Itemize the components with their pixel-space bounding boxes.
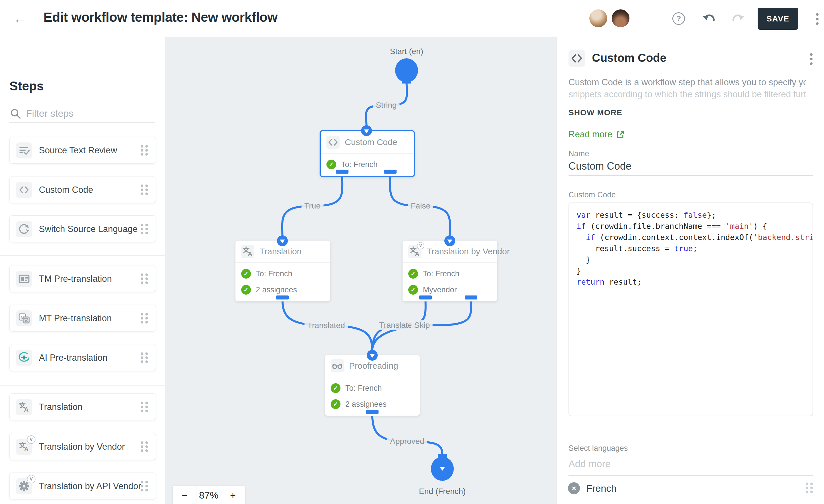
name-input-underline xyxy=(569,175,813,176)
code-icon xyxy=(569,50,585,67)
workflow-canvas[interactable]: Start (en) End (French) Custom Code✓To: … xyxy=(166,37,556,504)
step-description-line2: snippets according to which the strings … xyxy=(569,89,806,100)
node-config-row: ✓Myvendor xyxy=(403,282,497,298)
node-output-port[interactable] xyxy=(419,296,432,299)
glasses-icon xyxy=(331,359,344,373)
name-input[interactable] xyxy=(569,160,813,172)
node-rows: ✓To: French xyxy=(321,153,414,176)
custom-code-field-label: Custom Code xyxy=(569,191,616,199)
edge-arrow-icon xyxy=(361,125,372,136)
vendor-badge: V xyxy=(417,242,424,249)
end-node-arrow-icon xyxy=(440,467,445,471)
workflow-edges xyxy=(166,37,556,504)
sidebar-step-translation[interactable]: ATranslation xyxy=(9,393,156,420)
sidebar-step-source-text-review[interactable]: Source Text Review xyxy=(9,137,156,164)
panel-more-menu-icon[interactable] xyxy=(806,51,816,67)
workflow-editor-app: ← Edit workflow template: New workflow ?… xyxy=(0,0,824,504)
code-icon xyxy=(326,135,340,149)
drag-handle-icon[interactable] xyxy=(140,401,149,414)
edge-label-string: String xyxy=(373,100,399,110)
step-label: Translation by Vendor xyxy=(39,433,125,460)
sidebar-step-switch-source-language[interactable]: Switch Source Language xyxy=(9,215,156,242)
sidebar-step-mt-pre-translation[interactable]: GMT Pre-translation xyxy=(9,305,156,331)
node-title: Translation by Vendor xyxy=(427,246,510,256)
show-more-button[interactable]: SHOW MORE xyxy=(569,108,622,117)
edge-label-true: True xyxy=(302,201,324,211)
edge-arrow-icon xyxy=(444,235,455,246)
back-button[interactable]: ← xyxy=(11,9,29,28)
drag-handle-icon[interactable] xyxy=(140,223,149,236)
remove-language-icon[interactable]: × xyxy=(568,482,580,494)
read-more-label: Read more xyxy=(569,129,612,139)
drag-handle-icon[interactable] xyxy=(140,184,149,197)
drag-handle-icon[interactable] xyxy=(140,351,149,365)
code-icon xyxy=(16,182,32,198)
zoom-level: 87% xyxy=(197,486,221,504)
sidebar-step-custom-code[interactable]: Custom Code xyxy=(9,176,156,203)
edge-arrow-icon xyxy=(367,350,378,361)
end-node[interactable] xyxy=(431,457,454,481)
node-config-text: To: French xyxy=(256,270,292,278)
step-description-line1: Custom Code is a workflow step that allo… xyxy=(569,77,806,88)
start-node-label: Start (en) xyxy=(390,47,423,56)
vendor-badge: V xyxy=(27,435,35,444)
node-config-text: Myvendor xyxy=(423,286,457,294)
drag-handle-icon[interactable] xyxy=(140,273,149,286)
panel-title: Custom Code xyxy=(592,52,666,64)
sidebar-step-tm-pre-translation[interactable]: TM Pre-translation xyxy=(9,265,156,292)
filter-steps-input[interactable] xyxy=(26,106,152,120)
sidebar-step-ai-pre-translation[interactable]: AI Pre-translation xyxy=(9,344,156,371)
redo-icon[interactable] xyxy=(731,11,746,26)
collaborator-avatar[interactable] xyxy=(611,9,630,28)
check-icon: ✓ xyxy=(241,285,251,295)
drag-handle-icon[interactable] xyxy=(805,482,814,495)
source-text-review-icon xyxy=(16,142,32,159)
code-line: } xyxy=(577,254,813,265)
header: ← Edit workflow template: New workflow ?… xyxy=(0,0,824,37)
node-title: Translation xyxy=(260,246,302,256)
vendor-badge: V xyxy=(27,475,35,483)
save-button[interactable]: SAVE xyxy=(758,8,798,30)
drag-handle-icon[interactable] xyxy=(140,440,149,453)
zoom-in-button[interactable]: + xyxy=(221,486,245,504)
language-name: French xyxy=(586,483,617,494)
workflow-node-translation[interactable]: ATranslation✓To: French✓2 assignees xyxy=(235,240,330,301)
workflow-node-translation-by-vendor[interactable]: AVTranslation by Vendor✓To: French✓Myven… xyxy=(402,240,498,301)
workflow-node-proofreading[interactable]: Proofreading✓To: French✓2 assignees xyxy=(325,355,420,416)
node-output-port[interactable] xyxy=(276,296,289,299)
undo-icon[interactable] xyxy=(701,11,716,26)
sidebar-step-translation-by-vendor[interactable]: AVTranslation by Vendor xyxy=(9,433,156,460)
node-output-port[interactable] xyxy=(336,170,348,174)
node-output-port[interactable] xyxy=(384,170,397,174)
add-language-input[interactable] xyxy=(569,458,813,470)
start-node[interactable] xyxy=(395,58,418,82)
collaborator-avatar[interactable] xyxy=(589,9,608,28)
drag-handle-icon[interactable] xyxy=(140,144,149,157)
steps-sidebar: Steps Source Text ReviewCustom CodeSwitc… xyxy=(0,37,166,504)
step-label: Translation by API Vendor xyxy=(39,473,141,500)
node-output-port[interactable] xyxy=(366,410,379,414)
header-divider xyxy=(652,10,652,27)
drag-handle-icon[interactable] xyxy=(140,480,149,493)
sidebar-step-translation-by-api-vendor[interactable]: VTranslation by API Vendor xyxy=(9,473,156,499)
drag-handle-icon[interactable] xyxy=(140,312,149,325)
step-label: MT Pre-translation xyxy=(39,305,112,332)
code-line: result.success = true; xyxy=(577,243,813,254)
step-label: Translation xyxy=(39,394,82,420)
node-output-port[interactable] xyxy=(465,296,477,299)
node-config-text: To: French xyxy=(341,160,378,169)
mt-pretranslation-icon: G xyxy=(16,310,32,326)
check-icon: ✓ xyxy=(326,160,336,169)
custom-code-editor[interactable]: var result = {success: false};if (crowdi… xyxy=(569,203,813,416)
zoom-out-button[interactable]: − xyxy=(173,486,197,504)
step-group-separator xyxy=(0,385,166,386)
edge-label-translated-left: Translated xyxy=(304,321,348,330)
check-icon: ✓ xyxy=(241,269,251,279)
header-more-menu-icon[interactable] xyxy=(812,11,822,27)
step-label: Switch Source Language xyxy=(39,216,138,242)
help-icon[interactable]: ? xyxy=(673,12,685,25)
workflow-node-custom-code[interactable]: Custom Code✓To: French xyxy=(320,130,415,177)
ai-pretranslation-icon xyxy=(16,350,32,366)
check-icon: ✓ xyxy=(331,399,340,409)
read-more-link[interactable]: Read more xyxy=(569,129,625,139)
